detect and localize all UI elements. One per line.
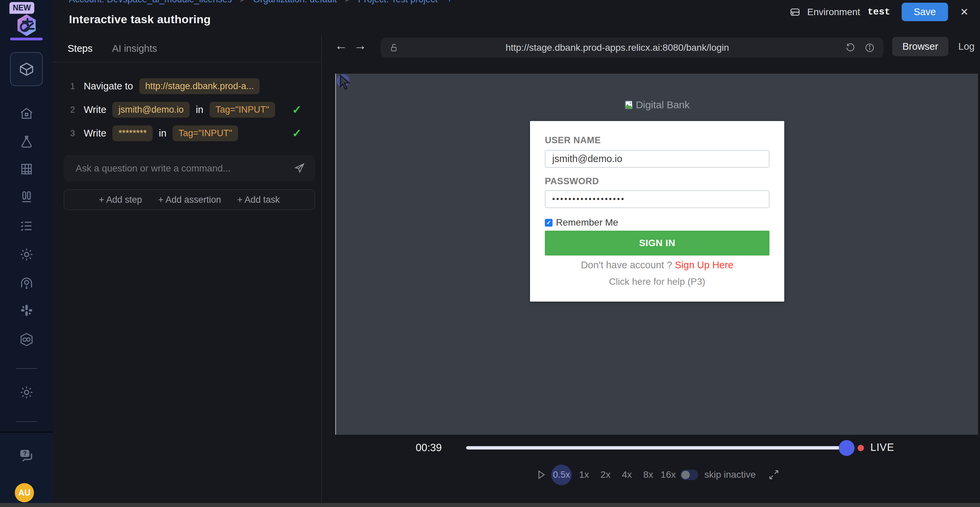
speed-option-8x[interactable]: 8x bbox=[643, 469, 654, 480]
step-row-1[interactable]: 1 Navigate to http://stage.dbank.prod-a.… bbox=[70, 77, 321, 95]
svg-text:?: ? bbox=[23, 450, 27, 457]
sidebar-item-builder-active[interactable] bbox=[10, 52, 43, 86]
step-value-chip[interactable]: http://stage.dbank.prod-a... bbox=[139, 78, 260, 94]
tab-steps[interactable]: Steps bbox=[68, 43, 92, 54]
bank-logo-alt-text: Digital Bank bbox=[636, 99, 689, 111]
tab-log-view[interactable]: Log bbox=[958, 41, 975, 52]
sidebar-divider bbox=[16, 421, 37, 422]
app-logo[interactable] bbox=[0, 13, 53, 37]
speed-option-1x[interactable]: 1x bbox=[579, 469, 589, 480]
help-chat-button[interactable]: ? bbox=[0, 447, 53, 464]
add-assertion-button[interactable]: + Add assertion bbox=[158, 195, 221, 205]
global-header: Account: Devspace_ai_module_licenses > O… bbox=[53, 0, 980, 35]
steps-list: 1 Navigate to http://stage.dbank.prod-a.… bbox=[53, 62, 321, 143]
sidebar-item-compare[interactable] bbox=[0, 190, 53, 205]
step-action: Write bbox=[84, 104, 106, 115]
browser-viewport: Digital Bank USER NAME PASSWORD ••••••••… bbox=[335, 74, 978, 435]
speed-option-16x[interactable]: 16x bbox=[660, 469, 676, 480]
step-number: 3 bbox=[70, 129, 78, 138]
step-value-chip[interactable]: jsmith@demo.io bbox=[112, 102, 190, 118]
speed-option-2x[interactable]: 2x bbox=[601, 469, 611, 480]
environment-label[interactable]: Environment bbox=[807, 7, 860, 17]
tab-ai-insights[interactable]: AI insights bbox=[112, 43, 157, 54]
info-icon[interactable] bbox=[865, 43, 875, 53]
timeline-slider[interactable] bbox=[466, 446, 847, 450]
command-input-box bbox=[64, 155, 315, 181]
step-success-check-icon: ✓ bbox=[292, 103, 302, 116]
sidebar-item-session-search[interactable] bbox=[0, 275, 53, 290]
step-action: Navigate to bbox=[84, 81, 133, 92]
hexagon-logo-icon bbox=[16, 13, 38, 37]
step-row-3[interactable]: 3 Write ******** in Tag="INPUT" ✓ bbox=[70, 124, 321, 143]
command-input[interactable] bbox=[76, 163, 294, 174]
timeline-handle[interactable] bbox=[839, 440, 854, 456]
sidebar-item-admin-settings[interactable] bbox=[0, 385, 53, 400]
browser-forward-button[interactable]: → bbox=[354, 38, 367, 53]
url-bar[interactable]: http://stage.dbank.prod-apps.relicx.ai:8… bbox=[381, 38, 883, 58]
step-value-chip[interactable]: ******** bbox=[112, 126, 153, 141]
password-field[interactable]: •••••••••••••••••• bbox=[545, 190, 770, 208]
step-selector-chip[interactable]: Tag="INPUT" bbox=[210, 102, 275, 118]
add-actions-box: + Add step + Add assertion + Add task bbox=[64, 189, 315, 210]
steps-panel-tabs: Steps AI insights bbox=[53, 35, 321, 62]
help-link[interactable]: Click here for help (P3) bbox=[530, 277, 784, 287]
active-accent-bar bbox=[10, 38, 43, 40]
user-search-icon bbox=[19, 275, 34, 290]
sidebar-item-apps-grid[interactable] bbox=[0, 162, 53, 176]
steps-panel: Steps AI insights 1 Navigate to http://s… bbox=[53, 35, 322, 503]
close-icon[interactable]: ✕ bbox=[960, 6, 969, 18]
sidebar-item-integrations-slack[interactable] bbox=[0, 303, 53, 317]
play-button[interactable] bbox=[536, 469, 547, 480]
avatar[interactable]: AU bbox=[15, 483, 34, 502]
signup-prompt: Don't have account ? bbox=[581, 259, 672, 270]
add-task-button[interactable]: + Add task bbox=[237, 195, 280, 205]
signup-link[interactable]: Sign Up Here bbox=[675, 259, 733, 270]
gear-icon bbox=[19, 385, 34, 400]
new-badge: NEW bbox=[10, 2, 34, 14]
breadcrumb-separator: > bbox=[240, 0, 245, 4]
sidebar-item-lab[interactable] bbox=[0, 135, 53, 149]
remember-me-checkbox[interactable]: ✓ bbox=[545, 219, 552, 227]
add-step-button[interactable]: + Add step bbox=[99, 195, 142, 205]
sidebar-item-home[interactable] bbox=[0, 106, 53, 121]
username-field[interactable] bbox=[545, 150, 770, 168]
breadcrumb-project[interactable]: Project: Test project bbox=[358, 0, 438, 4]
remote-cursor bbox=[337, 74, 357, 94]
send-icon[interactable] bbox=[294, 162, 305, 175]
help-chat-icon: ? bbox=[18, 447, 35, 464]
remember-me-row: ✓ Remember Me bbox=[545, 217, 618, 228]
bottom-strip bbox=[0, 503, 980, 507]
columns-icon bbox=[19, 190, 34, 205]
home-icon bbox=[19, 106, 34, 121]
cube-icon bbox=[19, 61, 35, 77]
step-row-2[interactable]: 2 Write jsmith@demo.io in Tag="INPUT" ✓ bbox=[70, 100, 321, 119]
breadcrumb-organization[interactable]: Organization: default bbox=[253, 0, 337, 4]
speed-option-0-5x[interactable]: 0.5x bbox=[551, 465, 572, 485]
checklist-icon bbox=[19, 219, 34, 233]
step-selector-chip[interactable]: Tag="INPUT" bbox=[172, 126, 238, 141]
url-text[interactable]: http://stage.dbank.prod-apps.relicx.ai:8… bbox=[399, 42, 836, 53]
username-label: USER NAME bbox=[545, 135, 601, 146]
browser-back-button[interactable]: ← bbox=[335, 38, 347, 53]
tab-browser-view[interactable]: Browser bbox=[892, 37, 948, 56]
login-card: USER NAME PASSWORD •••••••••••••••••• ✓ … bbox=[530, 121, 784, 302]
fullscreen-expand-icon[interactable] bbox=[768, 469, 779, 480]
sign-in-button[interactable]: SIGN IN bbox=[545, 230, 770, 256]
breadcrumb-add-button[interactable]: + bbox=[447, 0, 452, 4]
sidebar-item-settings[interactable] bbox=[0, 247, 53, 262]
sidebar: NEW bbox=[0, 0, 53, 503]
skip-inactive-label: skip inactive bbox=[704, 469, 756, 480]
sidebar-item-checklist[interactable] bbox=[0, 219, 53, 233]
speed-option-4x[interactable]: 4x bbox=[622, 469, 632, 480]
live-dot-icon bbox=[858, 445, 864, 451]
breadcrumb-account[interactable]: Account: Devspace_ai_module_licenses bbox=[69, 0, 232, 4]
environment-icon bbox=[790, 7, 800, 17]
slack-icon bbox=[19, 303, 33, 317]
live-label: LIVE bbox=[870, 442, 894, 453]
skip-inactive-toggle[interactable] bbox=[680, 470, 698, 480]
remember-me-label[interactable]: Remember Me bbox=[556, 217, 618, 228]
sidebar-item-automation[interactable] bbox=[0, 332, 53, 347]
environment-value[interactable]: test bbox=[868, 7, 890, 17]
save-button[interactable]: Save bbox=[902, 3, 948, 21]
reload-icon[interactable] bbox=[845, 43, 855, 53]
